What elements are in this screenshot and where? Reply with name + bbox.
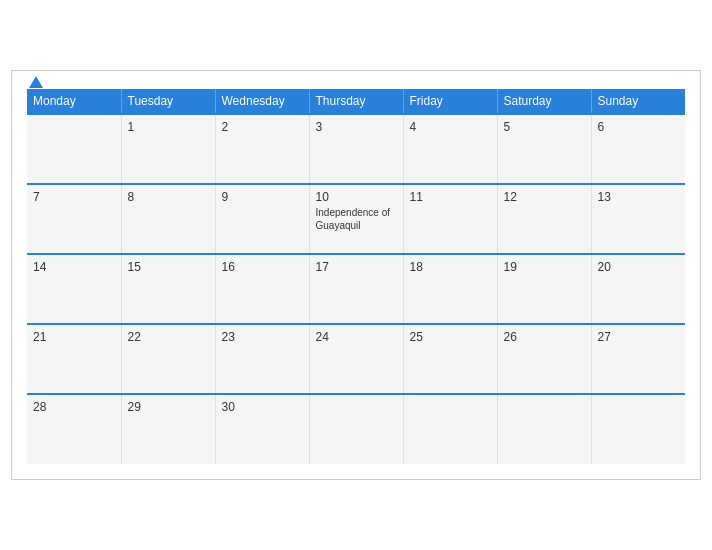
calendar-grid: MondayTuesdayWednesdayThursdayFridaySatu… [27,89,685,464]
calendar-body: 12345678910Independence of Guayaquil1112… [27,114,685,464]
week-row-1: 123456 [27,114,685,184]
calendar-cell: 6 [591,114,685,184]
day-number: 16 [222,260,303,274]
calendar-cell [497,394,591,464]
calendar-cell: 26 [497,324,591,394]
weekday-header-tuesday: Tuesday [121,89,215,114]
calendar-cell: 18 [403,254,497,324]
day-number: 28 [33,400,115,414]
weekday-header-monday: Monday [27,89,121,114]
logo [27,72,43,90]
calendar-cell: 12 [497,184,591,254]
day-number: 4 [410,120,491,134]
calendar-header-row: MondayTuesdayWednesdayThursdayFridaySatu… [27,89,685,114]
calendar-cell: 20 [591,254,685,324]
calendar-cell: 7 [27,184,121,254]
day-number: 2 [222,120,303,134]
calendar-cell: 29 [121,394,215,464]
day-number: 5 [504,120,585,134]
day-number: 8 [128,190,209,204]
calendar-container: MondayTuesdayWednesdayThursdayFridaySatu… [11,70,701,480]
logo-top-line [27,72,43,90]
day-number: 15 [128,260,209,274]
calendar-cell [403,394,497,464]
day-number: 20 [598,260,680,274]
calendar-cell: 10Independence of Guayaquil [309,184,403,254]
weekday-header-row: MondayTuesdayWednesdayThursdayFridaySatu… [27,89,685,114]
calendar-cell: 13 [591,184,685,254]
calendar-cell [27,114,121,184]
calendar-cell: 27 [591,324,685,394]
day-number: 25 [410,330,491,344]
day-number: 12 [504,190,585,204]
weekday-header-wednesday: Wednesday [215,89,309,114]
day-number: 3 [316,120,397,134]
calendar-cell: 11 [403,184,497,254]
calendar-cell: 5 [497,114,591,184]
day-number: 24 [316,330,397,344]
day-number: 22 [128,330,209,344]
weekday-header-thursday: Thursday [309,89,403,114]
week-row-3: 14151617181920 [27,254,685,324]
weekday-header-friday: Friday [403,89,497,114]
calendar-cell: 9 [215,184,309,254]
day-number: 9 [222,190,303,204]
day-number: 1 [128,120,209,134]
logo-triangle-icon [29,76,43,88]
calendar-cell: 24 [309,324,403,394]
calendar-cell: 22 [121,324,215,394]
calendar-cell: 19 [497,254,591,324]
day-number: 11 [410,190,491,204]
day-number: 23 [222,330,303,344]
day-number: 30 [222,400,303,414]
calendar-cell: 1 [121,114,215,184]
day-number: 26 [504,330,585,344]
holiday-label: Independence of Guayaquil [316,206,397,232]
calendar-cell: 15 [121,254,215,324]
week-row-2: 78910Independence of Guayaquil111213 [27,184,685,254]
weekday-header-sunday: Sunday [591,89,685,114]
day-number: 6 [598,120,680,134]
calendar-cell: 4 [403,114,497,184]
day-number: 18 [410,260,491,274]
calendar-cell: 3 [309,114,403,184]
calendar-cell: 16 [215,254,309,324]
calendar-cell: 2 [215,114,309,184]
day-number: 7 [33,190,115,204]
day-number: 29 [128,400,209,414]
week-row-4: 21222324252627 [27,324,685,394]
week-row-5: 282930 [27,394,685,464]
calendar-cell: 8 [121,184,215,254]
calendar-cell: 17 [309,254,403,324]
day-number: 13 [598,190,680,204]
calendar-cell: 25 [403,324,497,394]
calendar-cell: 28 [27,394,121,464]
calendar-cell: 21 [27,324,121,394]
calendar-cell: 23 [215,324,309,394]
day-number: 21 [33,330,115,344]
day-number: 27 [598,330,680,344]
calendar-cell: 14 [27,254,121,324]
weekday-header-saturday: Saturday [497,89,591,114]
calendar-cell [591,394,685,464]
day-number: 19 [504,260,585,274]
day-number: 17 [316,260,397,274]
calendar-cell: 30 [215,394,309,464]
day-number: 10 [316,190,397,204]
day-number: 14 [33,260,115,274]
calendar-cell [309,394,403,464]
